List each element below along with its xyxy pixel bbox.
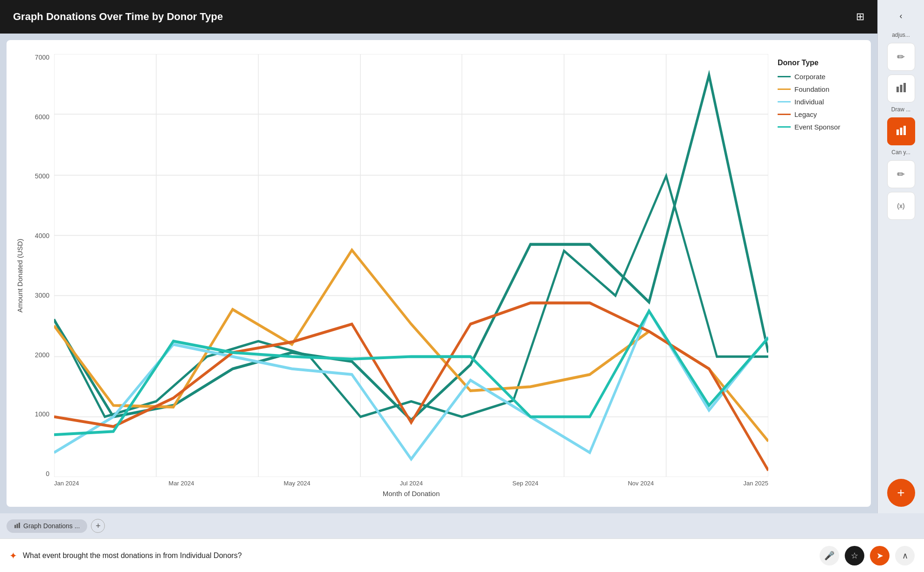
add-button[interactable]: + <box>887 479 915 507</box>
y-tick: 3000 <box>35 292 49 299</box>
add-tab-button[interactable]: + <box>91 519 105 533</box>
legend-line-foundation <box>778 89 791 90</box>
variable-icon: (x) <box>897 202 904 210</box>
cany-label: Can y... <box>891 149 910 156</box>
tab-plus-icon: + <box>96 521 101 531</box>
legend-item-foundation: Foundation <box>778 85 857 93</box>
cany-edit-button[interactable]: ✏ <box>887 160 915 188</box>
y-tick: 7000 <box>35 54 49 61</box>
y-axis: 7000 6000 5000 4000 3000 2000 1000 0 <box>28 54 54 477</box>
draw-active-button[interactable] <box>887 117 915 145</box>
x-tick: Jul 2024 <box>400 480 423 487</box>
legend-title: Donor Type <box>778 59 857 67</box>
right-sidebar: ‹ adjus... ✏ Draw ... <box>877 0 924 513</box>
tab-chart-icon <box>14 522 21 530</box>
sparkle-icon: ✦ <box>9 550 17 561</box>
adjust-label: adjus... <box>892 32 910 38</box>
chart-inner: 7000 6000 5000 4000 3000 2000 1000 0 <box>28 54 862 497</box>
dashboard-icon[interactable]: ⊞ <box>856 11 864 23</box>
legend-label-individual: Individual <box>794 98 824 106</box>
draw-label: Draw ... <box>891 106 910 113</box>
y-tick: 4000 <box>35 232 49 239</box>
legend-line-event-sponsor <box>778 126 791 128</box>
mic-button[interactable]: 🎤 <box>820 546 839 565</box>
legend-item-corporate: Corporate <box>778 73 857 81</box>
legend-line-individual <box>778 101 791 102</box>
x-tick: Jan 2025 <box>743 480 768 487</box>
x-tick: Nov 2024 <box>628 480 654 487</box>
y-axis-label: Amount Donated (USD) <box>16 54 24 497</box>
variable-button[interactable]: (x) <box>887 192 915 220</box>
plus-icon: + <box>897 485 904 500</box>
legend-label-event-sponsor: Event Sponsor <box>794 123 840 131</box>
legend-label-corporate: Corporate <box>794 73 826 81</box>
legend-item-legacy: Legacy <box>778 110 857 118</box>
y-tick: 0 <box>46 470 49 477</box>
svg-rect-22 <box>14 524 16 528</box>
svg-rect-23 <box>17 524 18 528</box>
edit-button[interactable]: ✏ <box>887 43 915 71</box>
tab-graph-donations[interactable]: Graph Donations ... <box>7 519 87 533</box>
header-bar: Graph Donations Over Time by Donor Type … <box>0 0 877 34</box>
tab-label: Graph Donations ... <box>23 522 80 530</box>
legend-area: Donor Type Corporate Foundation Individu… <box>768 54 862 477</box>
x-tick: May 2024 <box>284 480 310 487</box>
y-tick: 1000 <box>35 411 49 417</box>
svg-rect-16 <box>896 87 899 92</box>
chart-svg-area <box>54 54 768 477</box>
chart-type-button[interactable] <box>887 75 915 102</box>
chart-container: Amount Donated (USD) 7000 6000 5000 4000… <box>7 40 871 507</box>
expand-button[interactable]: ∧ <box>895 546 915 565</box>
page-title: Graph Donations Over Time by Donor Type <box>13 11 223 23</box>
legend-line-legacy <box>778 114 791 115</box>
pencil-icon: ✏ <box>897 51 905 62</box>
send-button[interactable]: ➤ <box>870 546 890 565</box>
tab-bar: Graph Donations ... + <box>0 513 924 538</box>
svg-rect-17 <box>900 85 902 92</box>
x-tick: Mar 2024 <box>169 480 194 487</box>
x-axis: Jan 2024 Mar 2024 May 2024 Jul 2024 Sep … <box>28 480 862 487</box>
pencil2-icon: ✏ <box>897 169 905 180</box>
svg-rect-24 <box>19 523 20 528</box>
y-tick: 5000 <box>35 173 49 179</box>
chart-plot-area: 7000 6000 5000 4000 3000 2000 1000 0 <box>28 54 862 477</box>
chat-input[interactable] <box>23 552 814 560</box>
legend-label-foundation: Foundation <box>794 85 829 93</box>
legend-item-event-sponsor: Event Sponsor <box>778 123 857 131</box>
x-tick: Jan 2024 <box>54 480 79 487</box>
legend-line-corporate <box>778 76 791 77</box>
svg-rect-20 <box>900 128 902 135</box>
y-tick: 6000 <box>35 114 49 120</box>
x-tick: Sep 2024 <box>512 480 538 487</box>
x-axis-label: Month of Donation <box>28 490 862 497</box>
y-tick: 2000 <box>35 352 49 358</box>
chat-bar: ✦ 🎤 ☆ ➤ ∧ <box>0 538 924 572</box>
draw-chart-icon <box>896 125 907 138</box>
legend-label-legacy: Legacy <box>794 110 817 118</box>
sidebar-collapse-button[interactable]: ‹ <box>892 7 910 25</box>
legend-item-individual: Individual <box>778 98 857 106</box>
star-button[interactable]: ☆ <box>845 546 864 565</box>
bar-chart-icon <box>896 82 907 95</box>
svg-rect-18 <box>903 83 906 92</box>
svg-rect-21 <box>903 126 906 135</box>
svg-rect-19 <box>896 129 899 135</box>
